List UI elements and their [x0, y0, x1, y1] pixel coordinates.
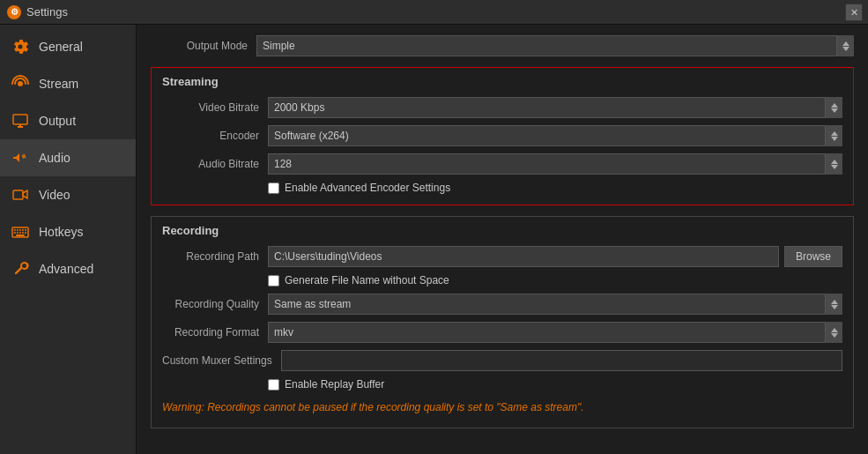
- sidebar-item-stream-label: Stream: [39, 77, 78, 91]
- recording-path-label: Recording Path: [162, 250, 259, 263]
- audio-bitrate-select[interactable]: 128 64 192 320: [268, 153, 842, 175]
- streaming-section: Streaming Video Bitrate 2000 Kbps 1000 K…: [151, 67, 854, 205]
- output-mode-label: Output Mode: [151, 40, 248, 52]
- sidebar-item-output[interactable]: Output: [0, 102, 136, 139]
- sidebar-item-hotkeys[interactable]: Hotkeys: [0, 213, 136, 250]
- svg-rect-4: [13, 190, 23, 199]
- sidebar-item-general-label: General: [39, 40, 83, 54]
- video-bitrate-select-wrapper: 2000 Kbps 1000 Kbps 3000 Kbps 4000 Kbps: [268, 97, 842, 118]
- enable-replay-row: Enable Replay Buffer: [268, 378, 842, 391]
- sidebar-item-audio-label: Audio: [39, 151, 70, 165]
- sidebar-item-video-label: Video: [39, 188, 70, 202]
- content-area: Output Mode Simple Advanced Streaming Vi…: [137, 25, 868, 454]
- wrench-icon: [11, 259, 30, 279]
- output-mode-select[interactable]: Simple Advanced: [256, 35, 854, 56]
- output-mode-select-wrapper: Simple Advanced: [256, 35, 854, 56]
- enable-replay-label: Enable Replay Buffer: [285, 378, 384, 391]
- audio-bitrate-label: Audio Bitrate: [162, 158, 259, 170]
- recording-format-label: Recording Format: [162, 326, 259, 339]
- output-icon: [11, 111, 30, 130]
- sidebar-item-advanced-label: Advanced: [39, 262, 93, 276]
- close-button[interactable]: ✕: [845, 4, 863, 21]
- recording-format-select-wrapper: mkv mp4 flv ts: [268, 322, 842, 343]
- video-icon: [11, 185, 30, 205]
- recording-section: Recording Recording Path Browse Generate…: [151, 216, 854, 428]
- encoder-label: Encoder: [162, 130, 259, 142]
- main-layout: General Stream: [0, 25, 868, 454]
- warning-text: Warning: Recordings cannot be paused if …: [162, 398, 842, 417]
- sidebar-item-stream[interactable]: Stream: [0, 65, 136, 102]
- enable-replay-checkbox[interactable]: [268, 379, 279, 391]
- custom-muxer-row: Custom Muxer Settings: [162, 350, 842, 371]
- sidebar-item-hotkeys-label: Hotkeys: [39, 225, 84, 239]
- generate-filename-label: Generate File Name without Space: [285, 274, 449, 287]
- audio-icon: [11, 148, 30, 167]
- recording-format-select[interactable]: mkv mp4 flv ts: [268, 322, 842, 343]
- encoder-row: Encoder Software (x264) Hardware (NVENC): [162, 125, 842, 146]
- video-bitrate-select[interactable]: 2000 Kbps 1000 Kbps 3000 Kbps 4000 Kbps: [268, 97, 842, 118]
- sidebar-item-output-label: Output: [39, 114, 76, 128]
- enable-advanced-checkbox[interactable]: [268, 182, 279, 194]
- sidebar-item-audio[interactable]: Audio: [0, 139, 136, 176]
- browse-button[interactable]: Browse: [784, 246, 842, 267]
- stream-icon: [11, 74, 30, 93]
- recording-quality-row: Recording Quality Same as stream High Qu…: [162, 294, 842, 315]
- app-icon: ⚙: [7, 5, 21, 19]
- recording-section-title: Recording: [162, 224, 842, 237]
- recording-quality-label: Recording Quality: [162, 298, 259, 310]
- recording-format-row: Recording Format mkv mp4 flv ts: [162, 322, 842, 343]
- sidebar: General Stream: [0, 25, 137, 454]
- custom-muxer-label: Custom Muxer Settings: [162, 354, 272, 367]
- streaming-section-title: Streaming: [162, 75, 842, 88]
- audio-bitrate-select-wrapper: 128 64 192 320: [268, 153, 842, 175]
- encoder-select[interactable]: Software (x264) Hardware (NVENC): [268, 125, 842, 146]
- recording-quality-select-wrapper: Same as stream High Quality Lossless: [268, 294, 842, 315]
- gear-icon: [11, 37, 30, 56]
- recording-quality-select[interactable]: Same as stream High Quality Lossless: [268, 294, 842, 315]
- recording-path-row: Recording Path Browse: [162, 246, 842, 267]
- sidebar-item-video[interactable]: Video: [0, 176, 136, 213]
- video-bitrate-row: Video Bitrate 2000 Kbps 1000 Kbps 3000 K…: [162, 97, 842, 118]
- title-bar: ⚙ Settings ✕: [0, 0, 868, 25]
- generate-filename-checkbox[interactable]: [268, 275, 279, 287]
- video-bitrate-label: Video Bitrate: [162, 101, 259, 114]
- sidebar-item-advanced[interactable]: Advanced: [0, 250, 136, 287]
- svg-rect-1: [13, 115, 27, 124]
- generate-filename-row: Generate File Name without Space: [268, 274, 842, 287]
- output-mode-row: Output Mode Simple Advanced: [151, 35, 854, 56]
- custom-muxer-input[interactable]: [281, 350, 842, 371]
- encoder-select-wrapper: Software (x264) Hardware (NVENC): [268, 125, 842, 146]
- enable-advanced-label: Enable Advanced Encoder Settings: [285, 182, 450, 194]
- keyboard-icon: [11, 222, 30, 242]
- audio-bitrate-row: Audio Bitrate 128 64 192 320: [162, 153, 842, 175]
- recording-path-input[interactable]: [268, 246, 779, 267]
- sidebar-item-general[interactable]: General: [0, 28, 136, 65]
- enable-advanced-row: Enable Advanced Encoder Settings: [268, 182, 842, 194]
- svg-point-0: [18, 81, 23, 86]
- title-bar-text: Settings: [26, 5, 68, 19]
